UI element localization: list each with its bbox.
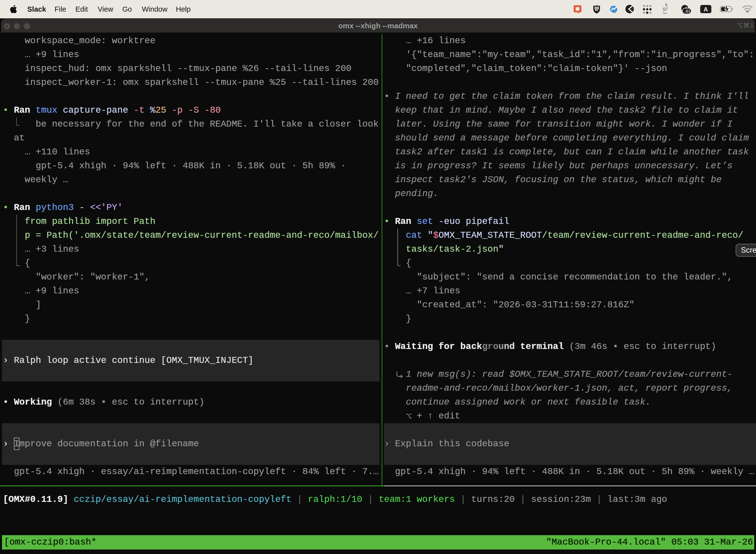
svg-text:A: A: [704, 6, 708, 13]
svg-text:..61: ..61: [683, 9, 690, 14]
svg-text:1: 1: [750, 22, 754, 29]
